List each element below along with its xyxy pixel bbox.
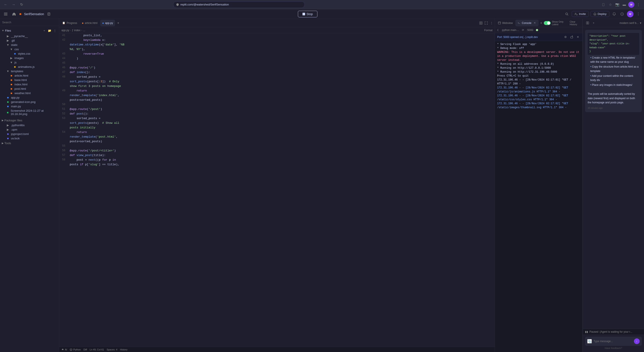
sidebar-item-js[interactable]: ▼ js [1,60,58,65]
code-line-50: 50 [59,102,495,107]
status-diff[interactable]: Diff [84,348,87,351]
ai-paused-bar: ▮▮ Paused (Agent is waiting for your r..… [583,329,644,335]
sidebar-item-uv-lock[interactable]: ■ uv.lock [1,136,58,140]
sidebar-item-css[interactable]: ▼ css [1,47,58,51]
tab-progress[interactable]: 📋 Progress [60,20,79,26]
user-avatar-button[interactable]: W [627,11,634,17]
address-bar[interactable]: replit.com/@watershed/SerifSensation [173,1,305,8]
deploy-button[interactable]: Deploy [590,11,609,17]
more-button[interactable]: ⋮ [635,11,641,17]
status-spaces[interactable]: Spaces: 4 [106,348,117,351]
packager-header[interactable]: ▶ Packager files [0,118,59,123]
tab-app-py[interactable]: ■ app.py [100,20,115,26]
status-python[interactable]: py Python [70,348,81,351]
tab-article-html[interactable]: ■ article.html [80,20,100,26]
docs-button[interactable] [46,12,52,17]
star-button[interactable]: ☆ [607,2,613,8]
folder-icon: ▶ [6,124,10,127]
status-ai[interactable]: AI [62,348,67,351]
extensions-button[interactable]: ▬ [621,2,627,8]
new-folder-button[interactable]: 📁 [47,28,52,33]
status-position[interactable]: Ln 49, Col 61 [90,348,104,351]
notifications-button[interactable] [611,11,617,17]
tools-section[interactable]: ▶ Tools [0,141,59,146]
ai-expand-button[interactable]: + [591,21,596,26]
svg-text:py: py [70,349,72,351]
invite-button[interactable]: Invite [572,11,588,17]
ai-split-button[interactable] [585,21,590,26]
sidebar-item-app-py[interactable]: ■ app.py [1,95,58,100]
breadcrumb: app.py › ƒ index › ... Format [59,27,495,33]
line-content: render_template('post.html', [68,135,495,139]
file-name: __pycache__ [11,35,28,38]
tab-webview[interactable]: Webview [496,20,515,26]
cast-button[interactable]: ⎕ [600,2,606,8]
sidebar-item-pyproject[interactable]: ■ pyproject.toml [1,132,58,136]
sidebar-toggle-button[interactable] [3,11,9,17]
sidebar-item-base-html[interactable]: ■ base.html [1,78,58,82]
html-file-icon: ■ [10,83,13,86]
forward-button[interactable]: → [10,2,17,8]
sidebar-item-main-py[interactable]: ■ main.py [1,104,58,108]
toggle-pill[interactable] [544,21,550,25]
console-close-button[interactable]: ✕ [576,35,580,40]
sidebar-item-templates[interactable]: ▼ templates [1,69,58,73]
ai-model-selector[interactable]: modern serif b... ▼ [620,22,642,25]
status-history[interactable]: History [120,348,127,351]
console-share-button[interactable] [569,35,574,40]
code-line-55: 55 [59,144,495,148]
line-number: 57 [59,153,68,158]
sidebar-search[interactable] [0,19,59,26]
sidebar-item-weather-html[interactable]: ■ weather.html [1,91,58,95]
format-button[interactable]: Format [484,29,492,32]
ai-message-input[interactable] [594,340,632,343]
sidebar-item-upm[interactable]: ▶ .upm [1,127,58,132]
sidebar-item-pythonlibs[interactable]: ▶ .pythonlibs [1,123,58,127]
sidebar-item-static[interactable]: ▼ static [1,43,58,47]
sidebar-item-index-html[interactable]: ■ index.html [1,82,58,86]
expand-button[interactable] [484,21,488,26]
files-more-button[interactable]: ⋮ [52,28,57,33]
port-process-label: python main.... [502,29,519,32]
add-tab-button[interactable]: + [116,21,121,26]
console-settings-button[interactable]: ⚙ [563,35,568,40]
ai-attach-button[interactable]: 📎 [587,339,592,343]
more-options-button[interactable]: ⋮ [635,2,641,8]
code-editor[interactable]: 41 posts_list, 42 key=lambda x: datetime… [59,33,495,347]
add-panel-tab-button[interactable]: + [539,21,544,26]
sidebar-item-animations-js[interactable]: ■ animations.js [1,65,58,69]
ai-panel: + modern serif b... ▼ "description": "Yo… [582,19,644,352]
sidebar-item-styles-css[interactable]: ■ styles.css [1,52,58,56]
home-button[interactable] [11,11,17,17]
profile-button[interactable]: W [628,2,634,8]
sidebar-item-generated-icon[interactable]: ■ generated-icon.png [1,100,58,104]
tab-console[interactable]: Console ✕ [515,20,538,26]
breadcrumb-file[interactable]: app.py [62,29,69,32]
show-only-latest-toggle[interactable]: Show Only Latest [544,21,568,26]
new-file-button[interactable]: + [42,28,47,33]
sidebar-item-screenshot[interactable]: ■ Screenshot 2024-11-27 at 16.18.34.png [1,109,58,116]
sidebar-item-article-html[interactable]: ■ article.html [1,74,58,78]
stop-button[interactable]: Stop [298,11,318,17]
sidebar-item-images[interactable]: ▶ images [1,56,58,60]
tab-label: article.html [85,22,98,25]
sidebar-item-post-html[interactable]: ■ post.html [1,87,58,91]
code-line-54a: 54 return [59,130,495,135]
sidebar-item-git[interactable]: ▶ .git [1,38,58,43]
console-close-btn[interactable]: ✕ [533,22,536,25]
split-view-button[interactable] [478,21,483,26]
sidebar-item-pycache[interactable]: ▶ __pycache__ [1,34,58,38]
clear-history-button[interactable]: Clear History [570,21,582,26]
console-url-actions: ⚙ ✕ [563,35,580,40]
line-content: def index(): [68,70,495,75]
search-button[interactable] [564,11,570,17]
breadcrumb-fn[interactable]: ƒ index [72,29,80,32]
reload-button[interactable]: ↻ [18,2,24,8]
search-input[interactable] [2,21,57,24]
screenshot-button[interactable]: 📷 [614,2,620,8]
back-button[interactable]: ← [3,2,9,8]
ai-send-button[interactable]: ↑ [634,338,640,344]
help-button[interactable]: ? [619,11,625,17]
editor-more-button[interactable]: ⋮ [489,21,494,26]
breadcrumb-dots[interactable]: ... [83,29,85,32]
